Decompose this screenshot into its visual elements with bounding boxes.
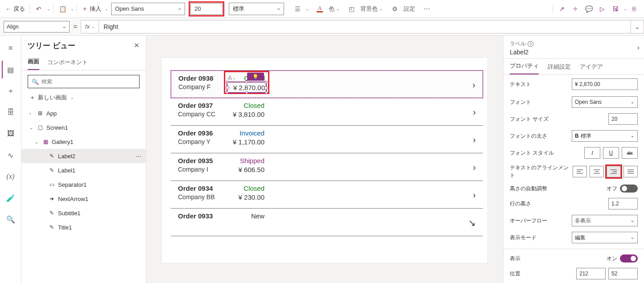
align-center-button[interactable] <box>590 166 604 177</box>
next-arrow-icon[interactable]: › <box>473 107 476 117</box>
app-canvas[interactable]: Order 0938 Company F Closed ⚠⌄ 💡 ¥ 2,870… <box>162 58 487 263</box>
property-select[interactable]: Align <box>4 21 70 33</box>
chevron-down-icon[interactable]: ⌄ <box>380 7 383 11</box>
rail-media-icon[interactable]: 🖼 <box>2 125 20 143</box>
rail-search-icon[interactable]: 🔍 <box>2 210 20 228</box>
chevron-right-icon[interactable]: › <box>29 111 34 116</box>
prop-y-input[interactable]: 52 <box>608 268 638 279</box>
chevron-down-icon[interactable]: ⌄ <box>305 7 309 11</box>
rail-data-icon[interactable]: 🗄 <box>2 103 20 121</box>
prop-fontsize-input[interactable]: 20 <box>608 113 638 125</box>
tree-item-nextarrow1[interactable]: ➜ NextArrow1 <box>21 192 146 206</box>
underline-button[interactable]: U <box>603 147 619 159</box>
gallery-row[interactable]: Order 0933 New↘ <box>171 209 483 236</box>
next-arrow-icon[interactable]: › <box>473 162 476 172</box>
italic-button[interactable]: I <box>584 147 600 159</box>
info-icon[interactable]: ? <box>528 41 533 47</box>
back-button[interactable]: ←戻る <box>4 3 27 15</box>
fx-button[interactable]: fx⌄ <box>81 20 99 33</box>
font-select[interactable]: Open Sans <box>111 3 185 15</box>
paste-button[interactable]: 📋 <box>56 3 69 15</box>
tree-item-title1[interactable]: ✎ Title1 <box>21 220 146 234</box>
prop-displaymode-select[interactable]: 編集 <box>572 232 638 243</box>
chevron-down-icon[interactable]: ⌄ <box>336 7 340 11</box>
tree-item-app[interactable]: › ⊞ App <box>21 106 146 120</box>
chevron-down-icon[interactable]: ⌄ <box>29 125 34 130</box>
preview-button[interactable]: ▷ <box>596 3 608 15</box>
copilot-button[interactable]: ✧ <box>569 3 582 15</box>
close-icon[interactable]: ✕ <box>134 41 140 49</box>
tab-ideas[interactable]: アイデア <box>580 63 603 74</box>
rail-tests-icon[interactable]: 🧪 <box>2 189 20 207</box>
search-field[interactable] <box>41 78 136 85</box>
insert-button[interactable]: ＋挿入 <box>80 3 103 15</box>
tree-item-subtitle1[interactable]: ✎ Subtitle1 <box>21 206 146 220</box>
chevron-down-icon[interactable]: ⌄ <box>105 7 108 11</box>
tree-item-gallery1[interactable]: ⌄ ▦ Gallery1 <box>21 135 146 149</box>
tab-advanced[interactable]: 詳細設定 <box>548 63 571 74</box>
more-button[interactable]: ⋯ <box>421 3 433 15</box>
tree-item-separator1[interactable]: ▭ Separator1 <box>21 177 146 192</box>
gallery-row[interactable]: Order 0938 Company F Closed ⚠⌄ 💡 ¥ 2,870… <box>171 70 483 98</box>
autoheight-toggle[interactable] <box>620 185 638 193</box>
separator-icon: ▭ <box>48 181 55 188</box>
share-button[interactable]: ↗ <box>556 3 568 15</box>
rail-hamburger-icon[interactable]: ≡ <box>2 39 20 57</box>
border-button[interactable]: ☰ <box>291 3 304 15</box>
prop-weight-select[interactable]: B標準 <box>572 130 638 142</box>
tab-screens[interactable]: 画面 <box>28 57 39 70</box>
formula-input[interactable]: Right <box>99 20 631 33</box>
tree-item-label1[interactable]: ✎ Label1 <box>21 163 146 177</box>
visible-toggle[interactable] <box>620 254 638 262</box>
ideas-pill[interactable]: 💡 <box>247 73 264 81</box>
save-button[interactable]: 🖫 <box>609 3 622 15</box>
font-weight-select[interactable]: 標準 <box>229 3 284 15</box>
gallery-row[interactable]: Order 0934 Company BB Closed¥ 230.00› <box>171 181 483 209</box>
rail-variables-icon[interactable]: (x) <box>2 168 20 185</box>
warning-icon[interactable]: ⚠⌄ <box>227 74 236 81</box>
tab-components[interactable]: コンポーネント <box>47 58 88 70</box>
align-right-button[interactable] <box>607 166 621 177</box>
gallery-row[interactable]: Order 0936 Company Y Invoiced¥ 1,170.00› <box>171 126 483 153</box>
next-arrow-icon[interactable]: ↘ <box>468 217 476 228</box>
chevron-right-icon[interactable]: › <box>637 44 640 52</box>
prop-text-input[interactable]: ¥ 2,870.00 <box>572 78 638 90</box>
more-icon[interactable]: ⋯ <box>136 153 141 160</box>
search-input[interactable]: 🔍 <box>28 75 140 88</box>
rail-tree-icon[interactable]: ▤ <box>2 61 20 78</box>
next-arrow-icon[interactable]: › <box>473 190 476 200</box>
gallery-row[interactable]: Order 0937 Company CC Closed¥ 3,810.00› <box>171 98 483 126</box>
align-left-button[interactable] <box>573 166 587 177</box>
tree-item-label2[interactable]: ✎ Label2 ⋯ <box>21 149 146 163</box>
chevron-down-icon[interactable]: ⌄ <box>623 7 627 11</box>
rail-flows-icon[interactable]: ∿ <box>2 146 20 164</box>
prop-overflow-select[interactable]: 非表示 <box>572 215 638 226</box>
canvas-area[interactable]: Order 0938 Company F Closed ⚠⌄ 💡 ¥ 2,870… <box>146 36 503 283</box>
bg-color-button[interactable]: ◰ <box>345 3 358 15</box>
align-justify-button[interactable] <box>623 166 638 177</box>
next-arrow-icon[interactable]: › <box>473 135 476 145</box>
prop-font-select[interactable]: Open Sans <box>572 96 638 108</box>
rail-insert-icon[interactable]: ＋ <box>2 82 20 100</box>
new-screen-button[interactable]: ＋ 新しい画面 ⌄ <box>21 92 146 106</box>
comments-button[interactable]: 💬 <box>582 3 595 15</box>
publish-button[interactable]: ⎘ <box>628 3 640 15</box>
chevron-down-icon[interactable]: ⌄ <box>70 7 74 11</box>
tab-properties[interactable]: プロパティ <box>510 62 539 74</box>
bgcolor-label: 背景色 <box>360 5 378 13</box>
selected-label2[interactable]: ¥ 2,870.00 <box>227 82 266 92</box>
strike-button[interactable]: abc <box>622 147 638 159</box>
gallery-row[interactable]: Order 0935 Company I Shipped¥ 606.50› <box>171 153 483 181</box>
undo-button[interactable]: ↶ <box>33 3 45 15</box>
prop-x-input[interactable]: 212 <box>576 268 606 279</box>
tree-item-screen1[interactable]: ⌄ ▢ Screen1 <box>21 120 146 135</box>
chevron-down-icon[interactable]: ⌄ <box>47 7 50 11</box>
chevron-down-icon[interactable]: ⌄ <box>35 139 39 144</box>
gallery[interactable]: Order 0938 Company F Closed ⚠⌄ 💡 ¥ 2,870… <box>171 70 483 236</box>
prop-lineheight-input[interactable]: 1.2 <box>608 198 638 209</box>
settings-button[interactable]: ⚙ <box>388 3 401 15</box>
formula-expand-button[interactable]: ⌄ <box>631 20 644 33</box>
font-color-button[interactable]: A <box>314 3 326 15</box>
next-arrow-icon[interactable]: › <box>472 80 475 90</box>
font-size-input[interactable]: 20 <box>190 3 223 15</box>
